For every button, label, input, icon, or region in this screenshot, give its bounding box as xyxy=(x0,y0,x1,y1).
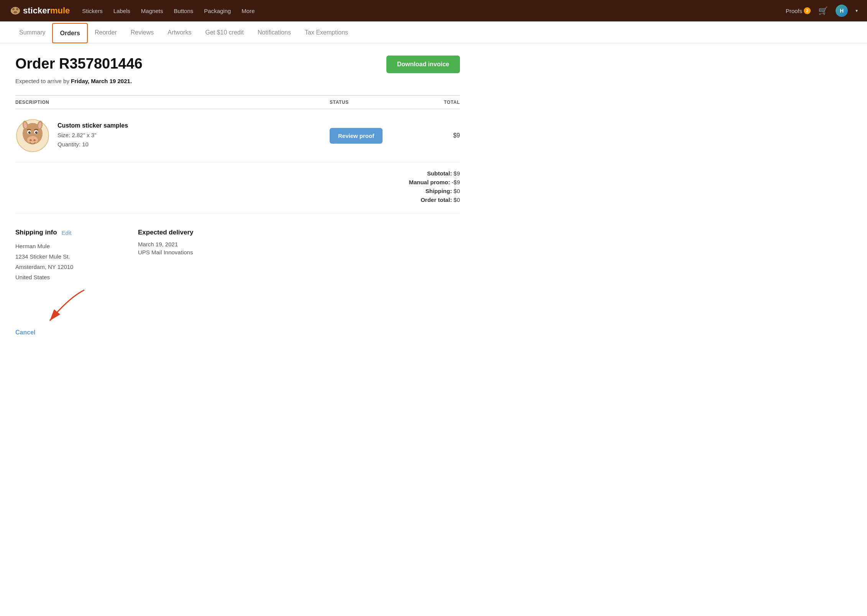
shipping-address1: 1234 Sticker Mule St. xyxy=(15,251,107,262)
order-summary: Subtotal: $9 Manual promo: -$9 Shipping:… xyxy=(15,162,460,213)
item-total: $9 xyxy=(414,132,460,139)
summary-shipping: Shipping: $0 xyxy=(15,188,460,194)
brand-logo[interactable]: stickermule xyxy=(9,5,70,16)
order-header: Order R357801446 Download invoice xyxy=(15,56,460,73)
tab-notifications[interactable]: Notifications xyxy=(251,21,298,43)
proofs-label: Proofs xyxy=(786,8,802,14)
order-title: Order R357801446 xyxy=(15,56,143,72)
item-quantity: Quantity: 10 xyxy=(57,140,330,149)
expected-arrival-date: Friday, March 19 2021. xyxy=(71,78,132,84)
item-status: Review proof xyxy=(330,128,414,144)
tab-reorder[interactable]: Reorder xyxy=(88,21,124,43)
col-total-header: TOTAL xyxy=(414,100,460,105)
order-table-header: DESCRIPTION STATUS TOTAL xyxy=(15,95,460,109)
svg-point-2 xyxy=(16,8,18,10)
order-item-row: Custom sticker samples Size: 2.82" x 3" … xyxy=(15,109,460,162)
bottom-section: Shipping info Edit Herman Mule 1234 Stic… xyxy=(15,229,460,336)
review-proof-button[interactable]: Review proof xyxy=(330,128,383,144)
col-description-header: DESCRIPTION xyxy=(15,100,330,105)
nav-right: Proofs 2 🛒 H ▾ xyxy=(786,5,858,17)
item-details: Custom sticker samples Size: 2.82" x 3" … xyxy=(57,122,330,149)
expected-delivery-heading: Expected delivery xyxy=(138,229,194,236)
nav-links: Stickers Labels Magnets Buttons Packagin… xyxy=(82,8,785,14)
brand-mule: mule xyxy=(50,6,70,16)
nav-buttons[interactable]: Buttons xyxy=(174,8,193,14)
tab-artworks[interactable]: Artworks xyxy=(161,21,198,43)
item-size: Size: 2.82" x 3" xyxy=(57,131,330,140)
delivery-date: March 19, 2021 xyxy=(138,241,194,247)
svg-point-3 xyxy=(13,11,17,13)
download-invoice-button[interactable]: Download invoice xyxy=(386,56,460,73)
svg-point-6 xyxy=(27,136,38,144)
shipping-name: Herman Mule xyxy=(15,241,107,251)
cart-icon[interactable]: 🛒 xyxy=(818,6,828,15)
mule-icon xyxy=(9,5,21,16)
nav-stickers[interactable]: Stickers xyxy=(82,8,102,14)
donkey-sticker-image xyxy=(15,118,50,153)
navbar: stickermule Stickers Labels Magnets Butt… xyxy=(0,0,867,21)
svg-point-1 xyxy=(12,8,15,10)
edit-shipping-link[interactable]: Edit xyxy=(62,229,72,236)
shipping-info-label: Shipping info xyxy=(15,229,57,236)
tabs-bar: Summary Orders Reorder Reviews Artworks … xyxy=(0,21,867,43)
svg-point-14 xyxy=(33,139,36,141)
brand-sticker: sticker xyxy=(23,6,50,16)
summary-subtotal: Subtotal: $9 xyxy=(15,170,460,177)
shipping-country: United States xyxy=(15,272,107,282)
summary-manual-promo: Manual promo: -$9 xyxy=(15,179,460,185)
tab-credit[interactable]: Get $10 credit xyxy=(198,21,251,43)
svg-point-10 xyxy=(35,131,38,134)
tab-reviews[interactable]: Reviews xyxy=(124,21,161,43)
nav-labels[interactable]: Labels xyxy=(113,8,130,14)
main-content: Order R357801446 Download invoice Expect… xyxy=(0,43,475,348)
shipping-address: Herman Mule 1234 Sticker Mule St. Amster… xyxy=(15,241,107,282)
svg-point-12 xyxy=(36,132,37,133)
shipping-city-state: Amsterdam, NY 12010 xyxy=(15,262,107,272)
tab-summary[interactable]: Summary xyxy=(12,21,52,43)
item-name: Custom sticker samples xyxy=(57,122,330,129)
cancel-link[interactable]: Cancel xyxy=(15,329,35,336)
expected-arrival-text: Expected to arrive by Friday, March 19 2… xyxy=(15,78,460,84)
delivery-carrier: UPS Mail Innovations xyxy=(138,249,194,256)
tab-tax[interactable]: Tax Exemptions xyxy=(298,21,355,43)
nav-more[interactable]: More xyxy=(241,8,255,14)
col-status-header: STATUS xyxy=(330,100,414,105)
shipping-info-block: Shipping info Edit Herman Mule 1234 Stic… xyxy=(15,229,107,336)
summary-order-total: Order total: $0 xyxy=(15,197,460,203)
proofs-badge[interactable]: Proofs 2 xyxy=(786,7,811,14)
item-image xyxy=(15,118,50,153)
expected-delivery-block: Expected delivery March 19, 2021 UPS Mai… xyxy=(138,229,194,336)
svg-point-11 xyxy=(30,132,30,133)
svg-point-9 xyxy=(28,131,31,134)
user-chevron-icon[interactable]: ▾ xyxy=(856,8,858,13)
nav-packaging[interactable]: Packaging xyxy=(204,8,231,14)
proofs-count: 2 xyxy=(804,7,811,14)
cancel-section: Cancel xyxy=(15,286,107,336)
shipping-info-heading: Shipping info Edit xyxy=(15,229,107,236)
user-avatar[interactable]: H xyxy=(836,5,848,17)
tab-orders[interactable]: Orders xyxy=(52,23,87,43)
cancel-arrow xyxy=(15,286,100,332)
nav-magnets[interactable]: Magnets xyxy=(141,8,163,14)
svg-point-13 xyxy=(30,139,32,141)
